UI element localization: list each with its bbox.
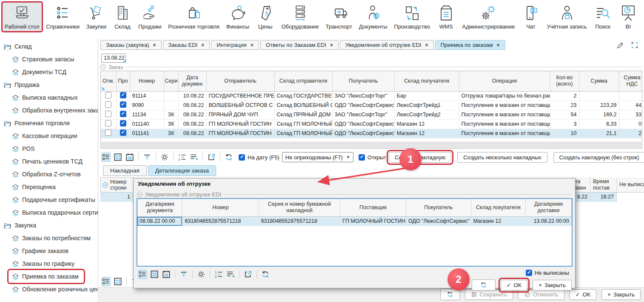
column-header[interactable]: Дата/время документа — [137, 199, 182, 216]
table-row[interactable]: 11134ЗК08.08.22ПРЯНЫЙ ДОМ ЧУПСклад ПРЯНЫ… — [101, 110, 642, 119]
cell-sender_wh[interactable]: Склад ГП МОЛОЧНЫЙ Г — [274, 129, 332, 138]
cell-receiver[interactable]: ОДО "ЛюксСофтСервис" — [332, 101, 394, 110]
cell-sum[interactable] — [579, 91, 619, 101]
sidebar-item[interactable]: Выписка подарочных сертиф — [9, 206, 98, 219]
table-row[interactable]: 909008.08.22ВОЛШЕБНЫЙ ОСТРОВ ССклад ВОЛШ… — [101, 101, 642, 110]
column-header[interactable]: Получатель — [332, 71, 394, 91]
cell-number[interactable]: 11134 — [130, 110, 164, 119]
toolbar-item-chat[interactable]: Чат — [519, 3, 542, 31]
edit-pencil-icon[interactable] — [616, 41, 624, 49]
tab[interactable]: Заказы (закупка) × — [100, 40, 162, 50]
create-multiple-invoices-button[interactable]: Создать несколько накладных — [457, 152, 547, 163]
mark-checkbox[interactable] — [105, 111, 111, 117]
sidebar-item[interactable]: Выписка накладных — [9, 91, 83, 104]
notification-cell[interactable]: ОДО "ЛюксСофтСервис" — [406, 216, 471, 226]
detail-cell[interactable]: 10 — [617, 193, 644, 202]
cell-sender_wh[interactable]: Склад ПРЯНЫЙ ДОМ ЧУ — [274, 110, 332, 119]
posted-checkbox[interactable] — [120, 111, 126, 117]
toolbar-item-production[interactable]: Производство — [392, 3, 432, 31]
sidebar-item[interactable]: Переоценка — [9, 181, 61, 193]
tab-invoice[interactable]: Накладная — [103, 165, 147, 176]
sidebar-item[interactable]: POS — [9, 142, 40, 155]
column-header[interactable]: Покупатель — [406, 199, 471, 216]
sidebar-item[interactable]: Розничная торговля — [0, 117, 75, 129]
toolbar-item-account[interactable]: Учётная запись — [545, 3, 589, 31]
cell-sum[interactable]: 169,2 — [579, 110, 619, 119]
date-filter-field[interactable]: 13.08.22 — [101, 54, 126, 63]
export-icon[interactable] — [207, 152, 216, 162]
sidebar-item[interactable]: Графики заказов — [9, 244, 74, 257]
cell-receiver[interactable]: ЗАО "ЛюксСофтТорг" — [332, 110, 394, 119]
cell-receiver_wh[interactable]: Магазин 12 — [394, 129, 459, 138]
cell-qty[interactable]: 10 — [550, 129, 579, 138]
tab-close-icon[interactable]: × — [425, 42, 428, 48]
notification-cell[interactable]: 6318046552875571218 — [259, 216, 340, 226]
column-header[interactable]: Про — [116, 71, 130, 91]
listview-icon[interactable] — [101, 152, 111, 162]
cell-sum[interactable]: 21,1 — [579, 129, 619, 138]
sidebar-item[interactable]: Кассовые операции — [9, 129, 82, 142]
toolbar-item-sales[interactable]: Продажи — [136, 3, 163, 31]
sidebar-item[interactable]: Склад — [0, 40, 37, 53]
sidebar-item[interactable]: Заказы по графику — [9, 257, 80, 270]
sidebar-item[interactable]: Продажа — [0, 78, 44, 91]
table-row[interactable]: 08.08.22 00:0063180465528755712186318046… — [137, 216, 572, 226]
cell-qty[interactable]: 54 — [550, 110, 579, 119]
cell-receiver[interactable]: ЗАО "ЛюксСофтТорг" — [332, 91, 394, 101]
grid-icon[interactable] — [150, 270, 159, 279]
cell-vat[interactable]: 44, — [619, 101, 642, 110]
cell-series[interactable] — [164, 101, 178, 110]
toolbar-item-equipment[interactable]: Оборудование — [279, 3, 321, 31]
refresh-icon[interactable] — [261, 270, 270, 279]
notification-cell[interactable]: 6318046552875571218 — [182, 216, 259, 226]
cell-operation[interactable]: Отгрузка товара/тары по безнал.рас — [459, 91, 550, 101]
dialog-refresh-button[interactable] — [472, 279, 496, 290]
cell-date[interactable]: 08.08.22 — [178, 110, 206, 119]
column-header[interactable]: Кол-во (всего) — [550, 71, 579, 91]
numlist-icon[interactable]: 12 — [177, 152, 187, 162]
cell-number[interactable]: 91114 — [130, 91, 164, 101]
column-header[interactable]: Отправитель — [206, 71, 274, 91]
cell-vat[interactable] — [619, 91, 642, 101]
cell-receiver_wh[interactable]: ЛюксСофтТрейд1 — [394, 101, 459, 110]
dialog-close-button[interactable]: ×Закрыть — [533, 280, 572, 290]
tab[interactable]: Ответы по Заказам EDI × — [260, 40, 339, 50]
cell-sender[interactable]: ПРЯНЫЙ ДОМ ЧУП — [206, 110, 274, 119]
cell-receiver[interactable]: ОДО "ЛюксСофтСервис" — [332, 129, 394, 138]
toolbar-item-transport[interactable]: Транспорт — [323, 3, 354, 31]
mark-checkbox[interactable] — [105, 92, 111, 98]
cell-date[interactable]: 08.08.22 — [178, 119, 206, 129]
cell-operation[interactable]: Поступление в магазин от поставщи — [459, 119, 550, 129]
filter-icon[interactable] — [179, 270, 188, 279]
cell-operation[interactable]: Поступление в магазин от поставщи — [459, 101, 550, 110]
cell-operation[interactable]: Поступление в магазин от поставщи — [459, 110, 550, 119]
cell-qty[interactable]: 23 — [550, 101, 579, 110]
toolbar-item-wms[interactable]: WMS — [435, 3, 458, 31]
cell-receiver_wh[interactable]: Магазин 12 — [394, 119, 459, 129]
column-header[interactable]: Сумма НДС — [619, 71, 642, 91]
sidebar-item[interactable]: Обновление розничных цен — [9, 283, 98, 296]
gear-icon[interactable] — [197, 270, 206, 279]
cell-receiver_wh[interactable]: Бар — [394, 91, 459, 101]
mark-checkbox[interactable] — [105, 129, 111, 136]
row-number-column-header[interactable]: Номер строки — [100, 177, 134, 193]
cell-sender_wh[interactable]: Склад ГП МОЛОЧНЫЙ Г — [274, 119, 332, 129]
close-button[interactable]: ×Закрыть — [601, 289, 641, 300]
tab[interactable]: Уведомления об отгрузке EDI × — [340, 40, 434, 50]
collapse-icon[interactable] — [137, 192, 142, 197]
toolbar-item-finance[interactable]: Финансы — [224, 3, 252, 31]
tab-order-detail[interactable]: Детализация заказа — [148, 165, 216, 176]
cell-series[interactable]: ЗК — [164, 119, 178, 129]
create-invoice-no-rows-button[interactable]: Создать накладную (без строк) — [553, 152, 644, 163]
cell-vat[interactable]: 2, — [619, 129, 642, 138]
toolbar-item-retail[interactable]: Розничная торговля — [166, 3, 222, 31]
notification-cell[interactable]: Магазин 12 — [471, 216, 525, 226]
toolbar-item-desktop[interactable]: Рабочий стол — [3, 3, 42, 31]
column-header[interactable]: Сери — [164, 71, 178, 91]
cell-receiver[interactable]: ОДО "ЛюксСофтСервис" — [332, 119, 394, 129]
sidebar-item[interactable]: Страховые запасы — [9, 53, 80, 66]
table-row[interactable]: 011141ЗК08.08.22ГП МОЛОЧНЫЙ ГОСТИНСклад … — [101, 129, 642, 138]
sidebar-item[interactable]: Заказы по потребностям — [9, 232, 96, 244]
cell-sender_wh[interactable]: Склад ГОСУДАРСТВЕННО — [274, 91, 332, 101]
cell-date[interactable]: 10.08.22 — [178, 91, 206, 101]
